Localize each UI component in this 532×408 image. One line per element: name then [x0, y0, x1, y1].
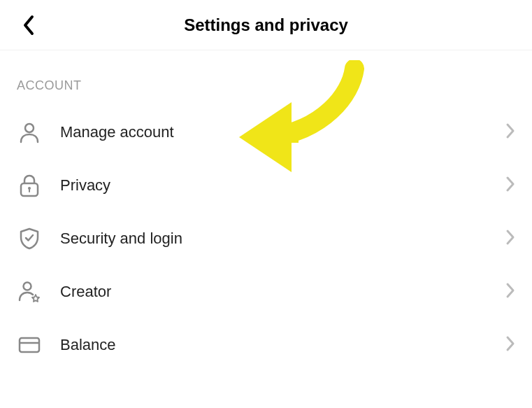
chevron-right-icon [505, 229, 515, 248]
svg-point-0 [25, 124, 34, 132]
list-item-creator[interactable]: Creator [0, 265, 532, 318]
list-item-manage-account[interactable]: Manage account [0, 106, 532, 159]
lock-icon [17, 173, 42, 198]
user-icon [17, 120, 42, 145]
list-item-label: Privacy [60, 176, 505, 195]
list-item-balance[interactable]: Balance [0, 318, 532, 358]
card-icon [17, 332, 42, 358]
shield-check-icon [17, 226, 42, 251]
list-item-security[interactable]: Security and login [0, 212, 532, 265]
page-title: Settings and privacy [0, 15, 532, 35]
header: Settings and privacy [0, 0, 532, 50]
list-item-privacy[interactable]: Privacy [0, 159, 532, 212]
chevron-right-icon [505, 122, 515, 142]
chevron-left-icon [21, 14, 35, 36]
list-item-label: Creator [60, 283, 505, 301]
back-button[interactable] [14, 11, 42, 39]
list-item-label: Security and login [60, 230, 505, 248]
svg-rect-5 [20, 338, 39, 352]
chevron-right-icon [505, 335, 515, 355]
list-item-label: Manage account [60, 123, 505, 141]
svg-point-4 [24, 283, 31, 290]
section-header-account: ACCOUNT [0, 50, 532, 106]
chevron-right-icon [505, 176, 515, 195]
list-item-label: Balance [60, 336, 505, 354]
user-star-icon [17, 279, 42, 304]
chevron-right-icon [505, 282, 515, 302]
